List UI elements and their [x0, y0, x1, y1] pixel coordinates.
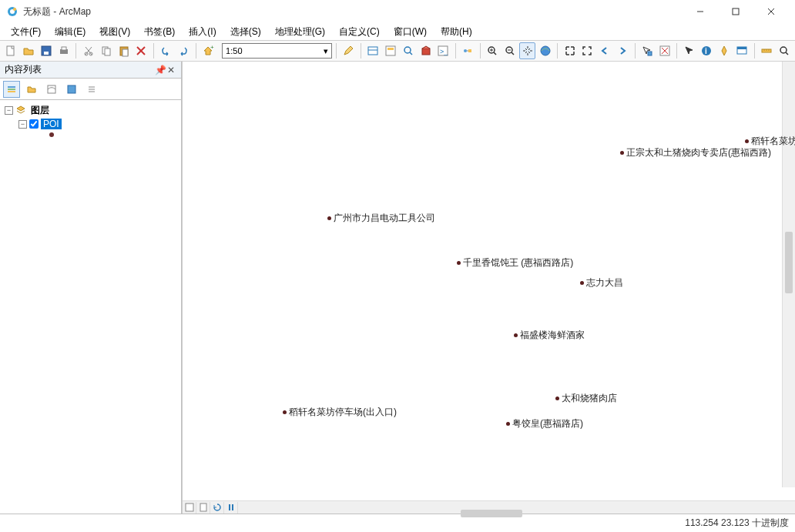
menu-insert[interactable]: 插入(I)	[183, 24, 222, 40]
print-button[interactable]	[56, 42, 72, 59]
save-button[interactable]	[39, 42, 55, 59]
poi-label[interactable]: 正宗太和土猪烧肉专卖店(惠福西路)	[620, 146, 771, 159]
poi-marker-icon	[580, 281, 584, 285]
svg-rect-64	[200, 504, 206, 511]
scale-combo[interactable]: 1:50 ▾	[222, 43, 332, 59]
forward-extent-button[interactable]	[615, 42, 631, 59]
menu-help[interactable]: 帮助(H)	[434, 24, 478, 40]
poi-label[interactable]: 太和烧猪肉店	[555, 392, 617, 405]
arc-toolbox-button[interactable]	[418, 42, 434, 59]
layer-symbol[interactable]	[49, 132, 54, 137]
poi-label[interactable]: 广州市力昌电动工具公司	[327, 212, 435, 225]
vertical-scrollbar[interactable]	[782, 62, 795, 487]
list-by-drawing-order-tab[interactable]	[3, 81, 20, 98]
poi-label[interactable]: 稻轩名菜坊停车场(出入口)	[283, 406, 397, 419]
open-button[interactable]	[21, 42, 37, 59]
list-by-visibility-tab[interactable]	[43, 81, 60, 98]
fixed-zoom-out-button[interactable]	[579, 42, 595, 59]
maximize-button[interactable]	[718, 0, 753, 23]
zoom-out-button[interactable]	[502, 42, 518, 59]
cut-button[interactable]	[80, 42, 96, 59]
poi-label[interactable]: 志力大昌	[580, 276, 623, 289]
fixed-zoom-in-button[interactable]	[562, 42, 578, 59]
clear-selection-button[interactable]	[656, 42, 673, 59]
map-canvas[interactable]: 稻轩名菜坊正宗太和土猪烧肉专卖店(惠福西路)广州市力昌电动工具公司千里香馄饨王 …	[183, 62, 795, 500]
data-view-button[interactable]	[183, 502, 196, 514]
svg-rect-27	[422, 49, 430, 55]
menu-window[interactable]: 窗口(W)	[387, 24, 433, 40]
scale-value: 1:50	[226, 46, 242, 55]
layer-name[interactable]: POI	[41, 119, 62, 129]
catalog-button[interactable]	[382, 42, 398, 59]
svg-line-26	[410, 52, 412, 55]
toc-tree: − 图层 − POI	[0, 100, 181, 514]
svg-rect-48	[737, 47, 746, 49]
select-features-button[interactable]	[639, 42, 656, 59]
svg-rect-4	[733, 8, 739, 15]
editor-toolbar-button[interactable]	[340, 42, 357, 59]
menu-file[interactable]: 文件(F)	[5, 24, 47, 40]
table-of-contents-button[interactable]	[365, 42, 381, 59]
collapse-icon[interactable]: −	[18, 120, 27, 129]
menu-geoprocessing[interactable]: 地理处理(G)	[269, 24, 331, 40]
full-extent-button[interactable]	[537, 42, 553, 59]
menu-bookmarks[interactable]: 书签(B)	[138, 24, 181, 40]
poi-label[interactable]: 粤饺皇(惠福路店)	[506, 417, 583, 430]
copy-button[interactable]	[98, 42, 114, 59]
new-button[interactable]	[3, 42, 19, 59]
pause-drawing-button[interactable]	[224, 502, 238, 514]
poi-marker-icon	[327, 216, 331, 220]
list-by-selection-tab[interactable]	[63, 81, 80, 98]
menu-customize[interactable]: 自定义(C)	[333, 24, 386, 40]
svg-rect-59	[68, 85, 75, 93]
pin-icon[interactable]: 📌	[155, 65, 166, 75]
hyperlink-button[interactable]	[716, 42, 733, 59]
python-button[interactable]: >_	[435, 42, 451, 59]
list-by-source-tab[interactable]	[23, 81, 40, 98]
minimize-button[interactable]	[683, 0, 718, 23]
layer-visibility-checkbox[interactable]	[29, 119, 39, 129]
identify-button[interactable]: i	[699, 42, 715, 59]
poi-label[interactable]: 千里香馄饨王 (惠福西路店)	[457, 256, 573, 269]
back-extent-button[interactable]	[597, 42, 613, 59]
search-button[interactable]	[400, 42, 416, 59]
pan-button[interactable]	[519, 42, 535, 59]
svg-rect-65	[229, 504, 230, 510]
svg-point-53	[780, 47, 787, 53]
paste-button[interactable]	[116, 42, 132, 59]
menu-edit[interactable]: 编辑(E)	[49, 24, 92, 40]
close-button[interactable]	[753, 0, 789, 23]
find-button[interactable]	[776, 42, 792, 59]
model-builder-button[interactable]	[460, 42, 476, 59]
options-tab[interactable]	[83, 81, 100, 98]
measure-button[interactable]	[759, 42, 775, 59]
toc-header: 内容列表 📌 ✕	[0, 62, 181, 79]
poi-label[interactable]: 福盛楼海鲜酒家	[514, 329, 585, 342]
svg-line-34	[494, 52, 496, 55]
html-popup-button[interactable]	[734, 42, 750, 59]
svg-rect-66	[232, 504, 233, 510]
zoom-in-button[interactable]	[485, 42, 501, 59]
tree-root[interactable]: − 图层	[5, 103, 176, 117]
poi-marker-icon	[555, 396, 559, 400]
svg-text:i: i	[705, 47, 707, 55]
add-data-button[interactable]: +	[200, 42, 216, 59]
svg-point-2	[13, 8, 16, 11]
layers-icon	[15, 105, 26, 115]
collapse-icon[interactable]: −	[5, 106, 13, 115]
undo-button[interactable]	[158, 42, 174, 59]
redo-button[interactable]	[176, 42, 192, 59]
toc-title: 内容列表	[5, 63, 42, 76]
svg-rect-55	[8, 86, 15, 88]
select-elements-button[interactable]	[681, 42, 697, 59]
refresh-button[interactable]	[210, 502, 224, 514]
poi-marker-icon	[745, 139, 749, 143]
toc-tabs	[0, 79, 181, 100]
coordinate-readout: 113.254 23.123 十进制度	[685, 517, 789, 530]
menu-select[interactable]: 选择(S)	[224, 24, 267, 40]
delete-button[interactable]	[133, 42, 149, 59]
layout-view-button[interactable]	[196, 502, 210, 514]
close-panel-icon[interactable]: ✕	[166, 65, 176, 75]
menu-view[interactable]: 视图(V)	[93, 24, 136, 40]
tree-layer-row[interactable]: − POI	[5, 117, 176, 131]
